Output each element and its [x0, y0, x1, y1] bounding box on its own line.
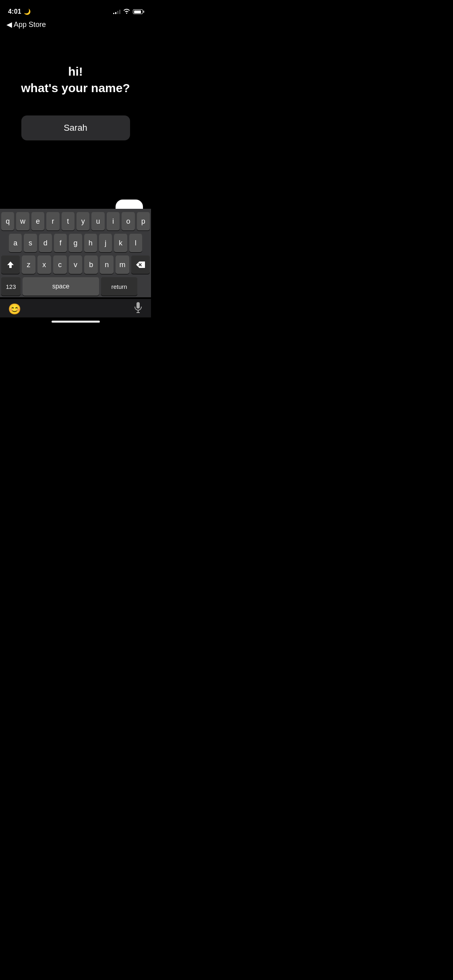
key-x[interactable]: x: [37, 255, 51, 274]
space-key[interactable]: space: [23, 277, 99, 296]
battery-icon: [133, 9, 143, 14]
svg-rect-1: [137, 302, 140, 309]
key-w[interactable]: w: [16, 212, 29, 231]
keyboard-row-3: z x c v b n m: [0, 255, 151, 274]
greeting-line2: what's your name?: [21, 80, 130, 97]
key-g[interactable]: g: [69, 234, 82, 252]
home-indicator-row: [0, 317, 151, 327]
key-u[interactable]: u: [91, 212, 104, 231]
keyboard-row-2: a s d f g h j k l: [0, 234, 151, 252]
key-l[interactable]: l: [129, 234, 142, 252]
keyboard: q w e r t y u i o p a s d f g h j k l: [0, 209, 151, 327]
emoji-button[interactable]: 😊: [8, 303, 21, 315]
backspace-key[interactable]: [131, 255, 150, 274]
greeting-text: hi! what's your name?: [21, 64, 130, 96]
back-button[interactable]: ◀ App Store: [0, 18, 151, 31]
return-key[interactable]: return: [101, 277, 137, 296]
key-i[interactable]: i: [107, 212, 120, 231]
key-t[interactable]: t: [62, 212, 74, 231]
status-right: [113, 8, 143, 15]
numbers-key[interactable]: 123: [1, 277, 21, 296]
main-content: hi! what's your name?: [0, 31, 151, 140]
wifi-icon: [123, 8, 130, 15]
key-c[interactable]: c: [53, 255, 67, 274]
key-s[interactable]: s: [24, 234, 37, 252]
shift-key[interactable]: [1, 255, 20, 274]
key-v[interactable]: v: [69, 255, 83, 274]
status-left: 4:01 🌙: [8, 8, 31, 15]
name-input-wrapper[interactable]: [21, 115, 130, 140]
key-k[interactable]: k: [114, 234, 127, 252]
back-label: App Store: [14, 21, 46, 29]
key-o[interactable]: o: [122, 212, 134, 231]
key-d[interactable]: d: [39, 234, 52, 252]
key-a[interactable]: a: [9, 234, 22, 252]
name-input[interactable]: [31, 123, 120, 133]
home-indicator: [52, 321, 100, 323]
keyboard-row-4: 123 space return: [0, 277, 151, 297]
key-n[interactable]: n: [100, 255, 114, 274]
key-e[interactable]: e: [31, 212, 44, 231]
keyboard-accessory-bar: 😊: [0, 299, 151, 317]
key-j[interactable]: j: [99, 234, 112, 252]
key-m[interactable]: m: [116, 255, 129, 274]
key-y[interactable]: y: [77, 212, 89, 231]
key-r[interactable]: r: [46, 212, 59, 231]
keyboard-row-1: q w e r t y u i o p: [0, 209, 151, 231]
key-b[interactable]: b: [84, 255, 98, 274]
keyboard-body: q w e r t y u i o p a s d f g h j k l: [0, 209, 151, 297]
svg-point-0: [126, 13, 127, 14]
status-bar: 4:01 🌙: [0, 0, 151, 18]
status-time: 4:01: [8, 8, 21, 15]
back-arrow-icon: ◀: [6, 20, 12, 29]
key-p[interactable]: p: [137, 212, 150, 231]
key-h[interactable]: h: [84, 234, 97, 252]
key-q[interactable]: q: [1, 212, 14, 231]
greeting-line1: hi!: [21, 64, 130, 80]
moon-icon: 🌙: [24, 8, 31, 15]
key-f[interactable]: f: [54, 234, 67, 252]
signal-icon: [113, 9, 120, 14]
key-z[interactable]: z: [22, 255, 35, 274]
mic-button[interactable]: [133, 302, 143, 316]
